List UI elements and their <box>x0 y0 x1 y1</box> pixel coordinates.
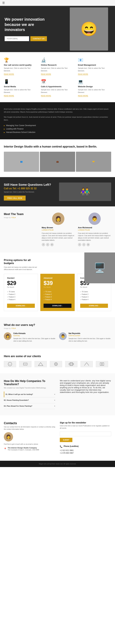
testimonials-grid: 👩 Celia Ahmadu Summary Sample text. Clic… <box>4 332 111 342</box>
service-title-0: Our call service world quality <box>4 64 37 66</box>
faq-item-1[interactable]: 02. House Painting Essentials? ▾ <box>4 397 55 403</box>
pricing-download-0[interactable]: DOWNLOAD ↓ <box>7 304 35 308</box>
hero-image: 😄 <box>67 6 111 52</box>
service-link-0[interactable]: READ MORE <box>4 73 14 75</box>
cta-section: Still Have Some Questions Left? Call us … <box>0 177 115 206</box>
service-icon-0: 🏆 <box>4 58 37 62</box>
newsletter-subtitle: Click to the link to read our recent Pub… <box>60 425 111 429</box>
facebook-icon-0[interactable]: f <box>42 243 45 246</box>
phone-title: Phone (Landline) <box>64 445 78 447</box>
service-item-1: 🔬 Online Research Sample text. Click to … <box>41 58 74 75</box>
studio-photos: 👥 💼 🤝 <box>4 152 111 172</box>
service-desc-2: Sample text. Click to select the Text El… <box>78 67 111 72</box>
pricing-download-2[interactable]: DOWNLOAD ↓ <box>80 304 108 308</box>
team-image-label: Image by YOLA <box>4 216 39 218</box>
testimonial-role-1: Chief Accountant <box>68 335 111 336</box>
team-member-1: 👨 Ann Richmond LOREM IPSUM Cras amet nis… <box>78 212 111 246</box>
phone-section: 📞 Phone (Landline) +1 913 621 9981 +1 67… <box>60 445 111 454</box>
hero-content: We power innovation because we are innov… <box>4 17 48 41</box>
facebook-icon-1[interactable]: f <box>78 243 81 246</box>
clients-title: Here are some of our clients <box>4 355 111 358</box>
faq-subtitle: We created our new Digital Transformatio… <box>4 387 55 389</box>
pricing-feature-1-1: Feature 2 <box>44 293 71 296</box>
phone-header: 📞 Phone (Landline) <box>60 445 111 448</box>
pricing-period-0: Per Month <box>7 286 35 288</box>
service-link-5[interactable]: READ MORE <box>78 95 88 97</box>
service-link-2[interactable]: READ MORE <box>78 73 88 75</box>
pricing-feature-0-1: Feature 2 <box>7 293 35 296</box>
studio-section: Interior Design Studio with a human cent… <box>0 139 115 177</box>
location-icon: 📍 <box>4 448 6 450</box>
svg-rect-8 <box>70 362 72 366</box>
service-item-4: 📅 Calls & Appointments Sample text. Clic… <box>41 79 74 97</box>
twitter-icon-1[interactable]: t <box>82 243 86 246</box>
client-logo-3 <box>50 361 62 367</box>
phone-icon: 📞 <box>60 445 62 448</box>
testimonials-image-link[interactable]: YOLA <box>11 328 16 329</box>
linkedin-icon-1[interactable]: in <box>86 243 90 246</box>
about-list-item-1: Leading with Finance <box>4 127 111 130</box>
svg-text:CO: CO <box>9 364 11 365</box>
service-item-5: 💻 Website Design Sample text. Click to s… <box>78 79 111 97</box>
service-desc-3: Sample text. Click to select the Text El… <box>4 88 37 94</box>
service-link-4[interactable]: READ MORE <box>41 95 51 97</box>
team-left: Meet The Team Image by YOLA <box>4 212 39 246</box>
newsletter-email-input[interactable] <box>60 432 111 436</box>
pricing-feature-1-2: Feature 3 <box>44 296 71 298</box>
client-logo-6 <box>96 361 108 367</box>
faq-item-2[interactable]: 03. Plan Ahead For Home Painting? ▾ <box>4 403 55 409</box>
service-title-2: Email Management <box>78 64 111 66</box>
team-social-0: f t in <box>42 243 75 246</box>
contacts-section: Contacts Use our contact form for all in… <box>0 415 115 461</box>
person-icon: 😄 <box>80 21 98 37</box>
cta-desc: Sample text. Click to select the Text El… <box>4 191 56 193</box>
team-image-link[interactable]: YOLA <box>11 216 16 218</box>
group-icon: 👫 <box>80 187 90 196</box>
team-members-grid: 👩 Mary Brown LOREM IPSUM Cras amet nisl … <box>42 212 111 246</box>
contact-avatar: 👩 <box>4 432 13 442</box>
team-name-1: Ann Richmond <box>78 226 111 229</box>
testimonial-name-0: Celia Ahmadu <box>13 332 56 334</box>
team-avatar-0: 👩 <box>52 212 64 225</box>
pricing-features-1: 75 Users Feature 2 Feature 3 Feature 4 <box>44 290 71 301</box>
service-desc-4: Sample text. Click to select the Text El… <box>41 88 74 94</box>
service-link-3[interactable]: READ MORE <box>4 95 14 97</box>
service-icon-4: 📅 <box>41 79 74 84</box>
pricing-period-2: Per Month <box>80 286 108 288</box>
pricing-feature-0-2: Feature 3 <box>7 296 35 298</box>
phone-number-0: +1 913 621 9981 <box>60 449 111 452</box>
service-link-1[interactable]: READ MORE <box>41 73 51 75</box>
faq-arrow-2: ▾ <box>54 405 55 407</box>
free-call-button[interactable]: FREE CALL NOW <box>4 196 26 200</box>
pricing-features-0: 75 Users Feature 2 Feature 3 Feature 4 <box>7 290 35 301</box>
client-logo-1: CO <box>19 361 31 367</box>
clients-section: Here are some of our clients CO CO <box>0 348 115 373</box>
testimonials-section: What do our users say? Image by YOLA 👩 C… <box>0 317 115 348</box>
testimonial-text-1: Sample text. Click to select the text bo… <box>68 338 111 342</box>
faq-question-2: 03. Plan Ahead For Home Painting? <box>4 405 32 407</box>
studio-photo-1: 👥 <box>4 152 39 172</box>
about-para2: Nec feugiat nisl pretium fusce id. Justo… <box>4 116 111 121</box>
twitter-icon-0[interactable]: t <box>46 243 49 246</box>
linkedin-icon-0[interactable]: in <box>50 243 54 246</box>
contact-us-button[interactable]: CONTACT US <box>30 36 47 41</box>
hamburger-menu-icon[interactable]: ☰ <box>2 1 5 4</box>
svg-text:CO: CO <box>24 364 26 365</box>
faq-item-0[interactable]: 01. When it will go out for testing? ▾ <box>4 392 55 397</box>
faq-right: We want to understand your clients: any … <box>60 380 111 409</box>
pricing-download-1[interactable]: DOWNLOAD ↓ <box>44 304 71 308</box>
pricing-feature-1-0: 75 Users <box>44 290 71 293</box>
contacts-left: Contacts Use our contact form for all in… <box>4 422 55 454</box>
studio-photo-icon-2: 💼 <box>56 160 59 163</box>
faq-left: How Do We Help Companies To Transform? W… <box>4 380 55 409</box>
team-name-0: Mary Brown <box>42 226 75 229</box>
team-bio-1: Cras amet nisl massa molestie non proide… <box>78 232 111 242</box>
service-title-1: Online Research <box>41 64 74 66</box>
newsletter-submit-button[interactable]: SUBMIT <box>60 438 72 442</box>
faq-arrow-1: ▾ <box>54 399 55 401</box>
service-desc-5: Sample text. Click to select the Text El… <box>78 88 111 94</box>
contacts-subtitle: Use our contact form for all information… <box>4 426 55 430</box>
clients-logos: CO CO <box>4 361 111 367</box>
contact-address-title: The Interior Design Studio Company <box>8 447 39 449</box>
email-input[interactable] <box>4 36 29 41</box>
